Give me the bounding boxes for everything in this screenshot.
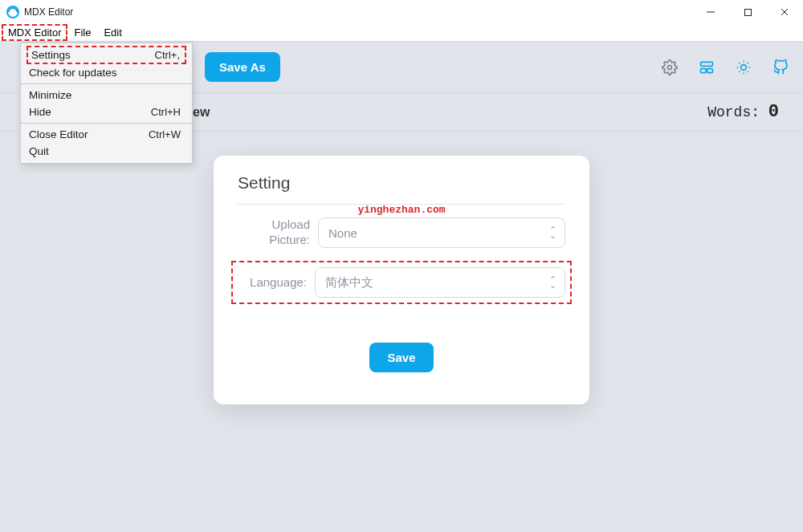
svg-rect-6 xyxy=(701,62,713,66)
upload-picture-select[interactable]: None ⌃⌄ xyxy=(318,217,565,248)
close-window-button[interactable] xyxy=(766,0,803,24)
settings-panel: Setting yinghezhan.com Upload Picture: N… xyxy=(214,156,589,404)
upload-picture-value: None xyxy=(328,226,357,240)
language-label: Language: xyxy=(238,275,315,290)
save-button[interactable]: Save xyxy=(369,343,433,372)
menubar: MDX Editor File Edit xyxy=(0,24,803,42)
window-titlebar: MDX Editor xyxy=(0,0,803,24)
svg-rect-7 xyxy=(701,68,707,72)
menu-item-check-updates[interactable]: Check for updates xyxy=(21,64,192,81)
language-value: 简体中文 xyxy=(325,275,373,290)
app-logo-icon xyxy=(6,6,19,18)
svg-point-5 xyxy=(668,65,672,69)
settings-title: Setting xyxy=(238,173,565,193)
app-menu-dropdown: Settings Ctrl+, Check for updates Minimi… xyxy=(20,43,193,164)
svg-line-16 xyxy=(739,71,740,71)
content-area: Setting yinghezhan.com Upload Picture: N… xyxy=(0,132,803,532)
svg-line-12 xyxy=(739,63,740,63)
svg-line-13 xyxy=(748,71,748,71)
menu-item-shortcut: Ctrl+, xyxy=(155,49,180,61)
svg-rect-2 xyxy=(744,9,751,15)
language-select[interactable]: 简体中文 ⌃⌄ xyxy=(315,267,565,298)
menu-item-hide[interactable]: Hide Ctrl+H xyxy=(21,104,192,120)
menu-item-label: Hide xyxy=(29,106,51,118)
layout-panels-icon-button[interactable] xyxy=(692,53,721,82)
window-controls xyxy=(692,0,803,24)
menu-item-shortcut: Ctrl+W xyxy=(149,128,181,140)
upload-picture-label: Upload Picture: xyxy=(238,217,318,248)
menu-item-minimize[interactable]: Minimize xyxy=(21,87,192,104)
menu-item-label: Settings xyxy=(31,49,71,61)
word-count-value: 0 xyxy=(768,102,779,122)
save-as-button[interactable]: Save As xyxy=(205,52,280,82)
chevron-up-down-icon: ⌃⌄ xyxy=(549,277,556,287)
menubar-item-edit[interactable]: Edit xyxy=(97,25,128,40)
menu-item-label: Check for updates xyxy=(29,67,117,79)
svg-line-17 xyxy=(748,63,748,63)
watermark-text: yinghezhan.com xyxy=(357,204,445,216)
settings-icon-button[interactable] xyxy=(655,53,684,82)
menu-item-quit[interactable]: Quit xyxy=(21,143,192,160)
maximize-window-button[interactable] xyxy=(729,0,766,24)
menubar-item-file[interactable]: File xyxy=(67,25,97,40)
language-row: Language: 简体中文 ⌃⌄ xyxy=(231,261,572,304)
menu-separator xyxy=(21,83,192,84)
menu-separator xyxy=(21,123,192,124)
github-icon-button[interactable] xyxy=(766,53,795,82)
upload-picture-row: Upload Picture: None ⌃⌄ xyxy=(238,217,565,248)
menu-item-label: Minimize xyxy=(29,89,71,101)
theme-brightness-icon-button[interactable] xyxy=(729,53,758,82)
menu-item-label: Quit xyxy=(29,145,49,157)
menu-item-label: Close Editor xyxy=(29,128,88,140)
menu-item-shortcut: Ctrl+H xyxy=(151,106,181,118)
window-title: MDX Editor xyxy=(24,6,73,18)
svg-rect-8 xyxy=(707,68,713,72)
chevron-up-down-icon: ⌃⌄ xyxy=(549,227,556,238)
word-count-label: Words: xyxy=(707,104,760,120)
menu-item-close-editor[interactable]: Close Editor Ctrl+W xyxy=(21,126,192,143)
svg-point-9 xyxy=(741,64,747,70)
menu-item-settings[interactable]: Settings Ctrl+, xyxy=(26,46,186,64)
minimize-window-button[interactable] xyxy=(692,0,729,24)
partial-text-ew: ew xyxy=(193,105,210,120)
menubar-item-app[interactable]: MDX Editor xyxy=(2,24,67,41)
word-count: Words: 0 xyxy=(707,102,779,122)
